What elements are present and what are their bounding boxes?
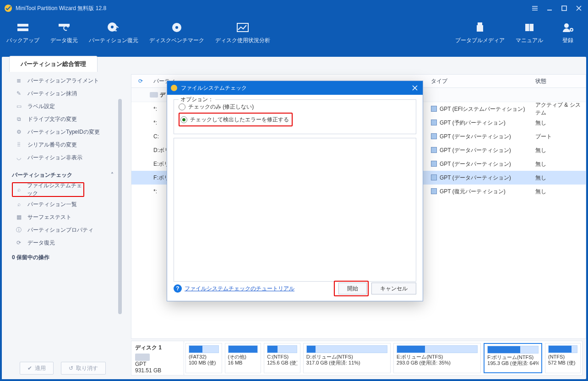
title-bar: MiniTool Partition Wizard 無料版 12.8 [0,0,588,16]
disk-partition[interactable]: E:ボリューム(NTFS) 293.0 GB (使用済: 35%) [393,343,481,373]
svg-point-13 [564,23,569,28]
refresh-icon: ⟳ [15,239,23,247]
search-doc-icon: ⌕ [16,185,22,194]
sidebar-item-fscheck[interactable]: ⌕ファイルシステムチェック [12,182,84,197]
tab-partition-mgmt[interactable]: パーティション総合管理 [9,56,98,72]
disk-partition[interactable]: (その他) 16 MB [225,343,261,373]
sidebar-item-props[interactable]: ⓘパーティションプロパティ [2,223,124,236]
svg-rect-10 [478,22,482,25]
tb-data-recover[interactable]: データ復元 [47,17,82,47]
disk-size: 931.51 GB [135,367,180,374]
disk-info[interactable]: ディスク 1 GPT 931.51 GB [131,341,184,375]
radio-icon [179,103,185,110]
part-sub: 572 MB (使) [548,360,577,366]
sidebar-group-check[interactable]: パーティションチェック˄ [2,169,124,181]
hdd-icon [135,354,150,361]
disk-scheme: GPT [135,361,180,367]
disk-partition[interactable]: C:(NTFS) 125.6 GB (使) [264,343,300,373]
part-sub: 16 MB [228,360,258,366]
col-status[interactable]: 状態 [532,77,586,85]
sidebar-item-label: パーティションアライメント [27,77,99,85]
refresh-icon[interactable]: ⟳ [138,78,143,84]
disk-partition[interactable]: (FAT32) 100 MB (使) [185,343,222,373]
sidebar-item-alignment[interactable]: ≣パーティションアライメント [2,74,124,87]
apply-button[interactable]: ✔ 適用 [20,362,54,375]
sidebar-item-label: パーティション抹消 [27,90,77,98]
help-icon[interactable]: ? [174,284,182,293]
minimize-button[interactable] [544,3,555,14]
sidebar-item-surface[interactable]: ▦サーフェステスト [2,211,124,223]
gear-icon: ⚙ [15,128,23,136]
cancel-button[interactable]: キャンセル [371,283,416,294]
tb-usage[interactable]: ディスク使用状況分析 [212,17,274,47]
align-icon: ≣ [15,76,23,85]
cell-type: GPT (データパーティション) [427,174,532,182]
tb-backup[interactable]: バックアップ [3,17,43,47]
disk-name: ディスク 1 [135,344,180,352]
sidebar-item-typeid[interactable]: ⚙パーティションTypeIDの変更 [2,125,124,138]
eye-off-icon: ◡ [15,153,23,162]
radio-label: チェックして検出したエラーを修正する [190,116,289,124]
drive-icon: ⧉ [15,115,23,123]
fscheck-dialog: ファイルシステムチェック オプション： チェックのみ (修正しない) チェックし… [167,81,423,301]
sidebar-item-explore[interactable]: ⌕パーティション一覧 [2,198,124,211]
sidebar-item-recover2[interactable]: ⟳データ復元 [2,236,124,249]
maximize-button[interactable] [559,3,570,14]
sidebar-item-label[interactable]: ▭ラベル設定 [2,100,124,113]
cell-type: GPT (データパーティション) [427,133,532,141]
cell-status: 無し [532,119,586,127]
chevron-up-icon: ˄ [111,172,114,178]
sidebar-item-serial[interactable]: ⦙⦙⦙シリアル番号の変更 [2,138,124,151]
part-label: D:ボリューム(NTFS) [306,354,387,360]
options-legend: オプション： [179,96,215,103]
sidebar-item-label: ドライブ文字の変更 [27,115,77,123]
sidebar-item-label: シリアル番号の変更 [27,141,77,149]
radio-label: チェックのみ (修正しない) [188,103,254,111]
tb-partition-recover[interactable]: パーティション復元 [85,17,142,47]
sidebar-item-label: パーティションプロパティ [27,226,93,234]
part-sub: 317.0 GB (使用済: 11%) [306,360,387,366]
disk-partition[interactable]: F:ボリューム(NTFS) 195.3 GB (使用済: 64%) [484,343,542,373]
part-label: F:ボリューム(NTFS) [487,354,539,360]
svg-rect-1 [562,6,566,11]
sidebar-item-wipe[interactable]: ✎パーティション抹消 [2,87,124,100]
radio-check-fix[interactable]: チェックして検出したエラーを修正する [180,114,289,125]
dialog-footer: ? ファイルシステムチェックのチュートリアル 開始 キャンセル [174,281,416,296]
undo-button[interactable]: ↺ 取り消す [61,362,106,375]
tb-usage-label: ディスク使用状況分析 [215,37,270,44]
sidebar-scrollbar[interactable] [118,99,122,314]
benchmark-icon [169,21,184,34]
svg-point-16 [171,85,177,91]
sidebar-actions: ✔ 適用 ↺ 取り消す [2,362,124,375]
tutorial-link[interactable]: ファイルシステムチェックのチュートリアル [185,285,294,293]
grid-icon: ▦ [15,213,23,221]
part-label: (その他) [228,354,258,360]
disk-partition[interactable]: (NTFS) 572 MB (使) [545,343,581,373]
disk-partition[interactable]: D:ボリューム(NTFS) 317.0 GB (使用済: 11%) [303,343,391,373]
svg-rect-3 [17,28,28,31]
sidebar-item-drive-letter[interactable]: ⧉ドライブ文字の変更 [2,113,124,125]
svg-rect-2 [17,24,28,27]
part-sub: 195.3 GB (使用済: 64%) [487,360,539,366]
tb-bootmedia-label: ブータブルメディア [455,37,505,44]
tb-manual[interactable]: マニュアル [512,17,547,47]
main-toolbar: バックアップ データ復元 パーティション復元 ディスクベンチマーク ディスク使用… [0,16,588,57]
dialog-close-button[interactable] [410,83,420,93]
search-icon: ⌕ [15,200,23,208]
tb-bootmedia[interactable]: ブータブルメディア [452,17,508,47]
sidebar-item-hide[interactable]: ◡パーティション非表示 [2,151,124,164]
tb-partition-recover-label: パーティション復元 [89,37,138,44]
col-type[interactable]: タイプ [427,77,532,85]
tb-backup-label: バックアップ [6,37,39,44]
eraser-icon: ✎ [15,89,23,98]
sidebar-group-label: パーティションチェック [12,171,72,179]
menu-button[interactable] [529,3,540,14]
cell-status: 無し [532,160,586,168]
tb-benchmark[interactable]: ディスクベンチマーク [146,17,208,47]
close-button[interactable] [573,3,584,14]
info-icon: ⓘ [15,226,23,234]
sidebar-item-label: パーティション一覧 [27,201,77,208]
start-button[interactable]: 開始 [338,283,367,294]
book-icon [522,21,537,34]
tb-register[interactable]: 登録 [550,17,585,47]
